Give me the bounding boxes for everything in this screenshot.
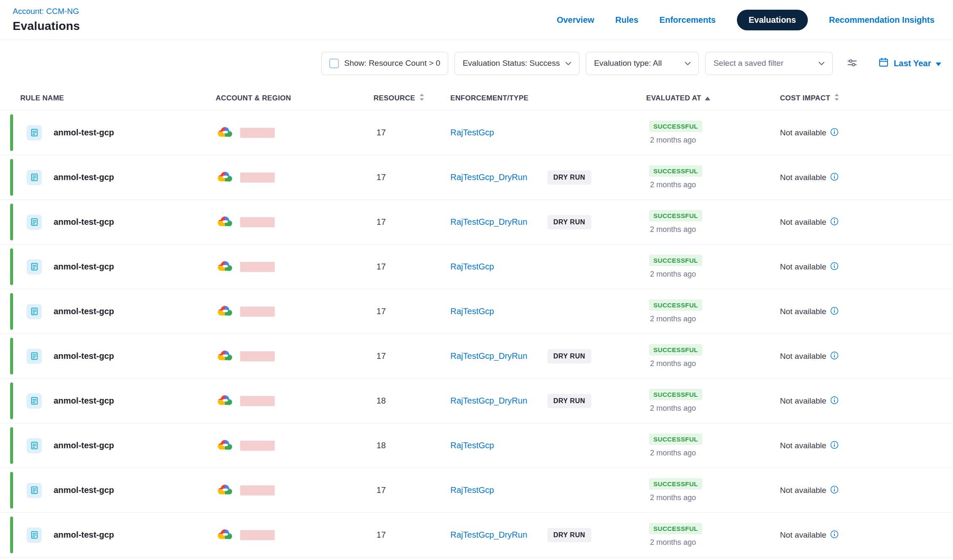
enforcement-link[interactable]: RajTestGcp: [450, 307, 494, 316]
row-accent-bar: [10, 293, 13, 330]
dry-run-badge: DRY RUN: [547, 349, 591, 363]
enforcement-link[interactable]: RajTestGcp: [450, 441, 494, 450]
table-row[interactable]: anmol-test-gcp 17 RajTestGcp_DryRun DRY …: [0, 199, 953, 244]
gcp-cloud-icon: [217, 304, 233, 319]
table-row[interactable]: anmol-test-gcp 18 RajTestGcp SUCCESSFUL …: [0, 423, 953, 468]
table-row[interactable]: anmol-test-gcp 17 RajTestGcp SUCCESSFUL …: [0, 244, 953, 289]
enforcement-link[interactable]: RajTestGcp_DryRun: [450, 172, 527, 182]
evaluated-at-cell: SUCCESSFUL 2 months ago: [646, 255, 780, 279]
resource-count: 18: [373, 396, 450, 406]
time-range-picker[interactable]: Last Year: [878, 57, 941, 70]
redacted-account-name: [240, 128, 275, 138]
resource-count-filter-toggle[interactable]: Show: Resource Count > 0: [321, 52, 449, 75]
info-icon: [830, 262, 839, 272]
table-row[interactable]: anmol-test-gcp 18 RajTestGcp_DryRun DRY …: [0, 378, 953, 423]
cost-info-button[interactable]: [830, 396, 839, 406]
enforcement-cell: RajTestGcp_DryRun DRY RUN: [450, 349, 646, 363]
enforcement-cell: RajTestGcp: [450, 441, 646, 450]
cost-impact-cell: Not available: [780, 351, 953, 361]
cost-impact-value: Not available: [780, 441, 826, 450]
cost-info-button[interactable]: [830, 441, 839, 450]
rule-name: anmol-test-gcp: [54, 485, 114, 495]
enforcement-link[interactable]: RajTestGcp_DryRun: [450, 396, 527, 405]
cost-info-button[interactable]: [830, 172, 839, 182]
evaluated-at-cell: SUCCESSFUL 2 months ago: [646, 121, 780, 145]
evaluated-time: 2 months ago: [649, 449, 696, 458]
enforcement-link[interactable]: RajTestGcp: [450, 485, 494, 495]
resource-count: 18: [373, 441, 450, 450]
cost-info-button[interactable]: [830, 128, 839, 137]
cost-impact-cell: Not available: [780, 307, 953, 316]
enforcement-link[interactable]: RajTestGcp: [450, 262, 494, 271]
sliders-icon: [847, 57, 858, 70]
row-accent-bar: [10, 427, 13, 464]
nav-evaluations-active[interactable]: Evaluations: [737, 10, 808, 30]
sort-asc-icon: [705, 94, 710, 102]
account-region-cell: [216, 393, 373, 408]
rule-name-cell: anmol-test-gcp: [0, 528, 216, 543]
column-header-cost-impact[interactable]: COST IMPACT: [780, 93, 953, 103]
rule-icon: [27, 349, 42, 364]
nav-rules[interactable]: Rules: [615, 15, 638, 25]
gcp-cloud-icon: [217, 170, 233, 185]
table-row[interactable]: anmol-test-gcp 17 RajTestGcp_DryRun DRY …: [0, 512, 953, 557]
enforcement-link[interactable]: RajTestGcp_DryRun: [450, 530, 527, 539]
cost-info-button[interactable]: [830, 217, 839, 227]
enforcement-cell: RajTestGcp: [450, 485, 646, 495]
table-row[interactable]: anmol-test-gcp 17 RajTestGcp_DryRun DRY …: [0, 334, 953, 378]
status-badge: SUCCESSFUL: [649, 121, 702, 132]
account-breadcrumb[interactable]: Account: CCM-NG: [13, 7, 80, 16]
nav-recommendation-insights[interactable]: Recommendation Insights: [829, 15, 934, 25]
account-region-cell: [216, 170, 373, 185]
rule-icon: [27, 304, 42, 319]
enforcement-link[interactable]: RajTestGcp_DryRun: [450, 351, 527, 361]
row-accent-bar: [10, 472, 13, 509]
dry-run-badge: DRY RUN: [547, 528, 591, 542]
evaluation-type-dropdown[interactable]: Evaluation type: All: [586, 52, 699, 75]
filter-panel-button[interactable]: [847, 57, 858, 70]
cost-impact-value: Not available: [780, 218, 826, 227]
nav-enforcements[interactable]: Enforcements: [659, 15, 715, 25]
evaluated-at-cell: SUCCESSFUL 2 months ago: [646, 165, 780, 189]
table-row[interactable]: anmol-test-gcp 17 RajTestGcp SUCCESSFUL …: [0, 468, 953, 512]
status-badge: SUCCESSFUL: [649, 165, 702, 177]
cost-impact-cell: Not available: [780, 441, 953, 450]
column-header-rule-name[interactable]: RULE NAME: [0, 94, 216, 102]
gcp-cloud-icon: [217, 528, 233, 542]
gcp-cloud-icon: [217, 125, 233, 140]
chevron-down-icon: [565, 59, 571, 68]
enforcement-link[interactable]: RajTestGcp_DryRun: [450, 217, 527, 226]
gcp-cloud-icon: [217, 259, 233, 274]
cost-info-button[interactable]: [830, 262, 839, 272]
saved-filter-placeholder: Select a saved filter: [713, 59, 783, 68]
evaluated-at-cell: SUCCESSFUL 2 months ago: [646, 523, 780, 547]
cost-info-button[interactable]: [830, 485, 839, 495]
account-region-cell: [216, 125, 373, 140]
status-badge: SUCCESSFUL: [649, 433, 702, 445]
resource-count: 17: [373, 351, 450, 361]
table-row[interactable]: anmol-test-gcp 17 RajTestGcp SUCCESSFUL …: [0, 289, 953, 334]
status-badge: SUCCESSFUL: [649, 478, 702, 490]
status-badge: SUCCESSFUL: [649, 255, 702, 266]
column-header-evaluated-at[interactable]: EVALUATED AT: [646, 94, 780, 102]
resource-count: 17: [373, 485, 450, 495]
table-row[interactable]: anmol-test-gcp 17 RajTestGcp_DryRun DRY …: [0, 155, 953, 199]
top-nav: Overview Rules Enforcements Evaluations …: [557, 10, 934, 30]
evaluated-time: 2 months ago: [649, 359, 696, 368]
enforcement-cell: RajTestGcp_DryRun DRY RUN: [450, 394, 646, 408]
cost-info-button[interactable]: [830, 307, 839, 316]
account-region-cell: [216, 483, 373, 498]
nav-overview[interactable]: Overview: [557, 15, 594, 25]
rule-icon: [27, 393, 42, 409]
column-header-account-region[interactable]: ACCOUNT & REGION: [216, 94, 373, 102]
cost-info-button[interactable]: [830, 530, 839, 540]
column-header-enforcement-type[interactable]: ENFORCEMENT/TYPE: [450, 94, 646, 102]
resource-count-checkbox[interactable]: [329, 59, 339, 68]
evaluation-status-dropdown[interactable]: Evaluation Status: Success: [455, 52, 579, 75]
column-header-resource[interactable]: RESOURCE: [373, 93, 450, 103]
redacted-account-name: [240, 485, 275, 495]
cost-info-button[interactable]: [830, 351, 839, 361]
table-row[interactable]: anmol-test-gcp 17 RajTestGcp SUCCESSFUL …: [0, 110, 953, 155]
saved-filter-dropdown[interactable]: Select a saved filter: [705, 52, 833, 75]
enforcement-link[interactable]: RajTestGcp: [450, 128, 494, 137]
